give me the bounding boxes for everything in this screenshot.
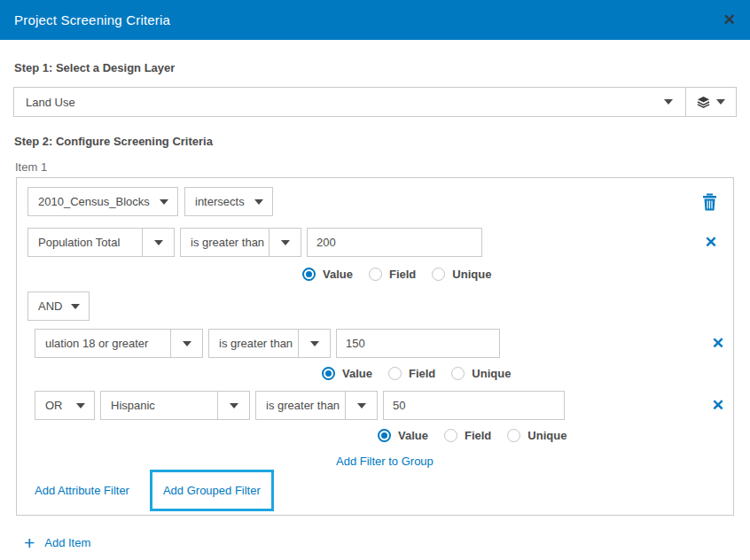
add-grouped-filter-link[interactable]: Add Grouped Filter — [163, 484, 261, 497]
step1-label: Step 1: Select a Design Layer — [14, 61, 734, 74]
radio-field[interactable]: Field — [388, 367, 435, 380]
filter3-conjunction-value: OR — [35, 399, 76, 412]
chevron-down-icon — [281, 240, 290, 245]
dialog-header: Project Screening Criteria ✕ — [0, 0, 750, 40]
filter3-conjunction-dropdown[interactable]: OR — [35, 391, 95, 420]
tutorial-highlight-box: Add Grouped Filter — [150, 470, 274, 511]
filter3-field-value: Hispanic — [101, 399, 217, 412]
filter2-value-input[interactable] — [336, 329, 500, 358]
chevron-down-icon — [310, 341, 319, 346]
filter1-field-value: Population Total — [28, 236, 142, 249]
radio-selected-icon — [302, 268, 316, 281]
filter1-operator-value: is greater than — [181, 236, 269, 249]
spatial-operator-dropdown[interactable]: intersects — [184, 187, 273, 216]
chevron-down-icon — [76, 403, 85, 408]
radio-selected-icon — [378, 429, 391, 442]
chevron-down-icon — [254, 199, 263, 205]
radio-unselected-icon — [451, 367, 465, 380]
filter2-field-value: ulation 18 or greater — [35, 337, 170, 350]
dropdown-caret-section — [142, 229, 174, 256]
filter2-operator-value: is greater than — [209, 337, 298, 350]
dialog-title: Project Screening Criteria — [14, 12, 170, 27]
filter1-value-input[interactable] — [307, 228, 482, 257]
trash-icon — [702, 193, 717, 211]
radio-field-label: Field — [465, 429, 491, 442]
attribute-filter-row: Population Total is greater than ✕ — [27, 228, 723, 257]
radio-field[interactable]: Field — [369, 268, 416, 281]
radio-unselected-icon — [444, 429, 457, 442]
radio-unselected-icon — [507, 429, 520, 442]
radio-field-label: Field — [389, 268, 416, 281]
radio-unique-label: Unique — [452, 268, 491, 281]
layers-icon — [697, 96, 710, 109]
filter3-operator-dropdown[interactable]: is greater than — [255, 391, 378, 420]
filter1-operator-dropdown[interactable]: is greater than — [180, 228, 301, 257]
group-operator-dropdown[interactable]: AND — [27, 292, 90, 321]
radio-value-label: Value — [398, 429, 428, 442]
dropdown-caret-section — [345, 392, 377, 419]
radio-value-label: Value — [323, 268, 353, 281]
radio-value-label: Value — [342, 367, 372, 380]
filter3-field-dropdown[interactable]: Hispanic — [100, 391, 250, 420]
screening-layer-value: 2010_Census_Blocks — [28, 195, 160, 208]
radio-unique[interactable]: Unique — [432, 268, 491, 281]
grouped-filter-row: OR Hispanic is greater than ✕ — [35, 391, 723, 420]
grouped-filter-row: ulation 18 or greater is greater than ✕ — [35, 329, 723, 358]
chevron-down-icon — [664, 99, 673, 105]
radio-value[interactable]: Value — [302, 268, 353, 281]
group-operator-value: AND — [28, 299, 71, 313]
design-layer-dropdown[interactable]: Land Use — [14, 88, 685, 116]
add-attribute-filter-link[interactable]: Add Attribute Filter — [35, 484, 129, 497]
dropdown-caret-section — [269, 229, 301, 256]
remove-filter2-icon[interactable]: ✕ — [712, 336, 724, 351]
panel-links-row: Add Attribute Filter Add Grouped Filter — [27, 470, 723, 511]
chevron-down-icon — [183, 341, 191, 346]
radio-field[interactable]: Field — [444, 429, 491, 442]
chevron-down-icon — [230, 403, 238, 408]
radio-unique-label: Unique — [472, 367, 511, 380]
spatial-filter-row: 2010_Census_Blocks intersects — [27, 187, 723, 216]
filter1-field-dropdown[interactable]: Population Total — [27, 228, 175, 257]
layer-options-button[interactable] — [685, 88, 736, 116]
dropdown-caret-section — [217, 392, 249, 419]
dropdown-caret-section — [170, 330, 202, 357]
chevron-down-icon — [716, 99, 725, 105]
group-operator-row: AND — [27, 292, 723, 321]
radio-value[interactable]: Value — [322, 367, 372, 380]
add-filter-to-group-link[interactable]: Add Filter to Group — [336, 455, 434, 468]
delete-item-button[interactable] — [702, 193, 717, 211]
chevron-down-icon — [160, 199, 168, 205]
grouped-filters: ulation 18 or greater is greater than ✕ … — [35, 329, 723, 470]
filter3-operator-value: is greater than — [256, 399, 345, 412]
add-item-label: Add Item — [44, 536, 90, 549]
radio-unique[interactable]: Unique — [451, 367, 511, 380]
radio-unique[interactable]: Unique — [507, 429, 566, 442]
add-item-button[interactable]: + Add Item — [24, 533, 750, 552]
filter3-mode-radios: Value Field Unique — [378, 429, 723, 442]
remove-filter3-icon[interactable]: ✕ — [712, 398, 724, 413]
chevron-down-icon — [357, 403, 366, 408]
item-label: Item 1 — [15, 160, 734, 174]
remove-filter1-icon[interactable]: ✕ — [705, 235, 717, 250]
filter3-value-input[interactable] — [383, 391, 565, 420]
radio-selected-icon — [322, 367, 335, 380]
screening-layer-dropdown[interactable]: 2010_Census_Blocks — [27, 187, 178, 216]
radio-unselected-icon — [388, 367, 402, 380]
dropdown-caret-section — [298, 330, 330, 357]
radio-value[interactable]: Value — [378, 429, 428, 442]
chevron-down-icon — [154, 240, 163, 245]
close-icon[interactable]: ✕ — [723, 12, 736, 27]
filter1-mode-radios: Value Field Unique — [302, 268, 723, 281]
spatial-operator-value: intersects — [185, 195, 254, 208]
filter2-operator-dropdown[interactable]: is greater than — [208, 329, 331, 358]
filter2-field-dropdown[interactable]: ulation 18 or greater — [35, 329, 203, 358]
design-layer-select: Land Use — [13, 87, 737, 117]
design-layer-value: Land Use — [14, 96, 664, 109]
radio-unselected-icon — [432, 268, 445, 281]
radio-unique-label: Unique — [527, 429, 566, 442]
chevron-down-icon — [71, 304, 80, 309]
item-panel: 2010_Census_Blocks intersects Population… — [16, 177, 734, 516]
radio-unselected-icon — [369, 268, 382, 281]
plus-icon: + — [24, 533, 35, 552]
filter2-mode-radios: Value Field Unique — [322, 367, 723, 380]
